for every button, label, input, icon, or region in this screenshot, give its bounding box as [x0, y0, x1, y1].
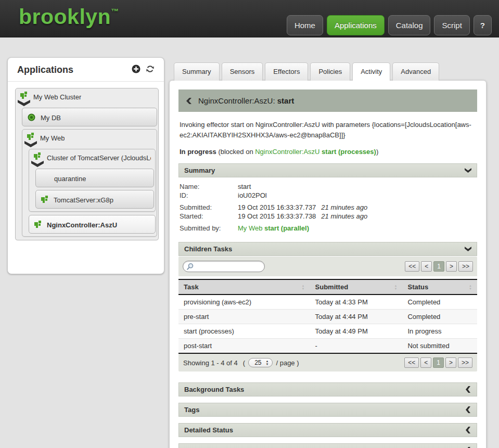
nav-buttons: Home Applications Catalog Script ? — [287, 15, 492, 35]
task-search — [183, 261, 265, 272]
tab-policies[interactable]: Policies — [310, 62, 350, 81]
children-tasks-toolbar: << < 1 > >> — [178, 257, 477, 276]
entity-puzzle-icon — [20, 92, 28, 99]
applications-panel-header: Applications — [8, 58, 164, 82]
expand-chevron-icon[interactable] — [31, 161, 44, 167]
collapsed-chevron-icon — [466, 427, 470, 433]
summary-row-name: Name:start — [180, 182, 476, 191]
collapsed-chevron-icon — [466, 406, 470, 413]
tree-item-label: My Web — [40, 133, 65, 147]
sort-icon: ▲▼ — [302, 284, 305, 290]
entity-detail: Summary Sensors Effectors Policies Activ… — [169, 62, 487, 448]
page-number-button[interactable]: 1 — [433, 357, 444, 368]
page-number-button[interactable]: 1 — [433, 261, 444, 272]
tree-node-my-web-cluster: My Web Cluster My DB My Web — [15, 88, 159, 240]
collapsed-chevron-icon — [466, 386, 470, 393]
entity-icon-stack — [20, 92, 28, 106]
activity-panel: NginxController:AszU: start Invoking eff… — [169, 80, 487, 448]
background-tasks-section-header[interactable]: Background Tasks — [178, 382, 477, 396]
per-page-label: / page ) — [276, 359, 299, 367]
page-last-button[interactable]: >> — [458, 261, 473, 272]
page-prev-button[interactable]: < — [420, 357, 431, 368]
back-chevron-icon[interactable] — [186, 98, 191, 104]
section-title: Children Tasks — [184, 245, 232, 253]
page-next-button[interactable]: > — [445, 357, 456, 368]
sort-icon: ▲▼ — [469, 284, 472, 290]
collapse-chevron-icon — [465, 168, 471, 173]
tags-section-header[interactable]: Tags — [178, 403, 477, 417]
expand-chevron-icon[interactable] — [24, 141, 37, 147]
nav-help-button[interactable]: ? — [474, 15, 492, 35]
nav-catalog-button[interactable]: Catalog — [388, 15, 431, 35]
paren-open: ( — [243, 359, 245, 367]
entity-icon-stack — [27, 133, 35, 147]
brooklyn-console: brooklyn™ Home Applications Catalog Scri… — [0, 0, 499, 448]
table-row[interactable]: pre-start Today at 4:44 PM Completed — [178, 310, 477, 324]
task-title: NginxController:AszU: start — [198, 96, 294, 105]
applications-panel-actions — [132, 65, 155, 75]
section-title: Tags — [184, 406, 199, 414]
table-row[interactable]: provisioning (aws-ec2) Today at 4:33 PM … — [178, 295, 477, 310]
section-title: Summary — [184, 167, 215, 174]
summary-row-started: Started:19 Oct 2015 16:33:37.73821 minut… — [180, 212, 476, 221]
refresh-icon[interactable] — [146, 65, 155, 75]
tab-advanced[interactable]: Advanced — [392, 62, 439, 81]
table-row[interactable]: post-start - Not submitted — [178, 339, 477, 354]
nav-home-button[interactable]: Home — [287, 15, 323, 35]
section-title: Background Tasks — [184, 386, 244, 393]
column-header-task[interactable]: Task▲▼ — [178, 279, 310, 295]
expand-chevron-icon[interactable] — [18, 100, 30, 106]
entity-puzzle-icon — [34, 152, 41, 160]
nav-applications-button[interactable]: Applications — [327, 15, 385, 35]
detailed-status-section-header[interactable]: Detailed Status — [178, 423, 477, 437]
table-row[interactable]: start (processes) Today at 4:49 PM In pr… — [178, 324, 477, 339]
task-search-input[interactable] — [183, 261, 265, 272]
applications-panel: Applications — [7, 57, 164, 274]
column-header-status[interactable]: Status▲▼ — [402, 279, 477, 295]
page-first-button[interactable]: << — [405, 261, 419, 272]
entity-tabs: Summary Sensors Effectors Policies Activ… — [169, 62, 487, 80]
select-arrows-icon: ▲▼ — [266, 360, 269, 366]
tab-activity[interactable]: Activity — [352, 62, 390, 81]
tree-item-my-web-cluster[interactable]: My Web Cluster — [16, 88, 158, 108]
children-tasks-section-header[interactable]: Children Tasks — [178, 242, 477, 256]
summary-row-submitted: Submitted:19 Oct 2015 16:33:37.73721 min… — [180, 203, 476, 212]
showing-count: Showing 1 - 4 of 4 — [183, 359, 238, 367]
tree-item-label: quarantine — [54, 173, 86, 183]
add-application-icon[interactable] — [132, 65, 140, 75]
nav-script-button[interactable]: Script — [434, 15, 469, 35]
tree-item-quarantine[interactable]: quarantine — [35, 169, 154, 187]
tree-item-nginxcontroller[interactable]: NginxController:AszU — [29, 215, 156, 234]
brooklyn-logo[interactable]: brooklyn™ — [19, 5, 119, 29]
page-size-select[interactable]: 25 ▲▼ — [248, 358, 273, 367]
entity-tree: My Web Cluster My DB My Web — [8, 82, 164, 240]
tree-item-my-db[interactable]: My DB — [22, 108, 157, 126]
blocked-task-link[interactable]: NginxController:AszU start (processes) — [255, 148, 376, 156]
tree-item-label: My DB — [41, 112, 61, 122]
search-icon — [186, 263, 194, 271]
page-prev-button[interactable]: < — [421, 261, 432, 272]
tree-item-label: TomcatServer:xG8p — [54, 195, 113, 204]
top-navbar: brooklyn™ Home Applications Catalog Scri… — [0, 0, 499, 37]
tab-summary[interactable]: Summary — [174, 62, 220, 81]
children-tasks-footer: Showing 1 - 4 of 4 ( 25 ▲▼ / page ) << <… — [178, 354, 477, 372]
submitted-by-link[interactable]: My Web start (parallel) — [238, 224, 309, 233]
tree-item-tomcatserver[interactable]: TomcatServer:xG8p — [35, 190, 154, 209]
tab-effectors[interactable]: Effectors — [265, 62, 308, 81]
summary-row-id: ID:ioU02POl — [180, 191, 476, 200]
tab-sensors[interactable]: Sensors — [222, 62, 263, 81]
children-tasks-table: Task▲▼ Submitted▲▼ Status▲▼ provisioning… — [178, 279, 477, 354]
entity-puzzle-icon — [34, 221, 42, 228]
tree-item-label: NginxController:AszU — [47, 220, 117, 229]
column-header-submitted[interactable]: Submitted▲▼ — [310, 279, 403, 295]
json-section-header[interactable]: JSON — [178, 443, 477, 448]
page-last-button[interactable]: >> — [458, 357, 472, 368]
trademark-mark: ™ — [111, 7, 119, 16]
collapse-chevron-icon — [465, 247, 471, 251]
section-title: Detailed Status — [184, 426, 233, 434]
page-first-button[interactable]: << — [404, 357, 419, 368]
tree-item-tomcat-cluster[interactable]: Cluster of TomcatServer (JcloudsLocat — [29, 149, 155, 169]
summary-section-header[interactable]: Summary — [178, 163, 477, 177]
page-next-button[interactable]: > — [446, 261, 457, 272]
tree-item-my-web[interactable]: My Web — [22, 130, 157, 149]
